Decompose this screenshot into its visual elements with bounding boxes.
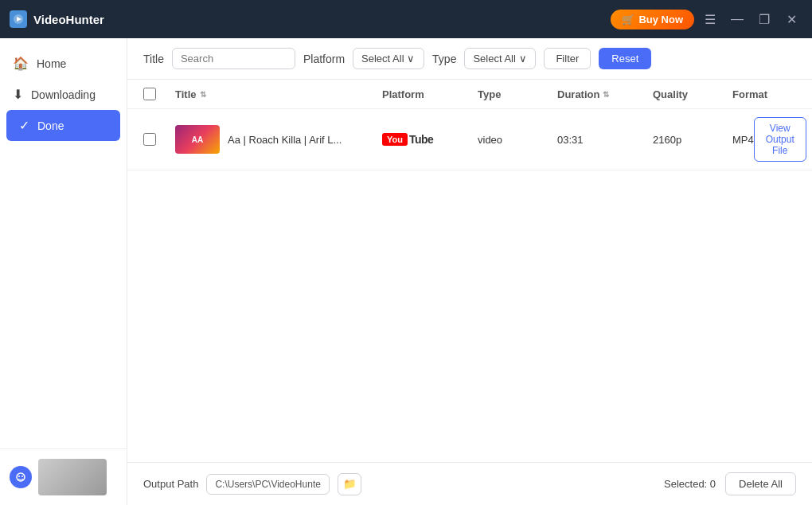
- svg-point-3: [18, 476, 20, 477]
- footer-right: Selected: 0 Delete All: [664, 472, 796, 495]
- row-duration-cell: 03:31: [557, 134, 653, 146]
- col-type: Type: [478, 88, 557, 100]
- done-icon: ✓: [19, 118, 29, 133]
- sidebar-item-downloading[interactable]: ⬇ Downloading: [0, 79, 127, 110]
- app-title: VideoHunter: [33, 13, 104, 26]
- sidebar-bottom: [0, 448, 127, 505]
- type-label: Type: [432, 53, 456, 65]
- output-path-label: Output Path: [143, 478, 198, 490]
- video-thumbnail: AA: [175, 125, 220, 154]
- titlebar: VideoHunter 🛒 Buy Now ☰ — ❐ ✕: [0, 0, 812, 38]
- row-title-cell: AA Aa | Roach Killa | Arif L...: [175, 125, 382, 154]
- app-logo: [10, 10, 27, 28]
- row-platform-cell: YouTube: [382, 133, 478, 146]
- table-header: Title ⇅ Platform Type Duration ⇅ Quality: [127, 80, 812, 109]
- row-type-cell: video: [478, 134, 557, 146]
- col-duration: Duration ⇅: [557, 88, 653, 100]
- download-icon: ⬇: [13, 87, 23, 102]
- search-input[interactable]: [172, 48, 295, 69]
- select-all-checkbox[interactable]: [143, 88, 156, 100]
- bot-icon: [10, 466, 32, 488]
- toolbar: Title Platform Select All ∨ Type Select …: [127, 38, 812, 80]
- output-path-input[interactable]: [206, 474, 330, 495]
- footer: Output Path 📁 Selected: 0 Delete All: [127, 462, 812, 505]
- platform-label: Platform: [303, 53, 345, 65]
- sidebar-item-home-label: Home: [37, 57, 66, 70]
- youtube-logo: YouTube: [382, 133, 433, 146]
- row-checkbox[interactable]: [143, 133, 156, 146]
- thumb-image: AA: [175, 125, 220, 154]
- minimize-button[interactable]: —: [726, 8, 748, 30]
- platform-select[interactable]: Select All ∨: [353, 48, 424, 69]
- filter-button[interactable]: Filter: [544, 48, 591, 69]
- sidebar-item-home[interactable]: 🏠 Home: [0, 48, 127, 79]
- close-button[interactable]: ✕: [780, 8, 802, 30]
- col-check: [143, 88, 175, 100]
- table-row: AA Aa | Roach Killa | Arif L... YouTube …: [127, 109, 812, 170]
- col-platform: Platform: [382, 88, 478, 100]
- duration-sort-icon: ⇅: [603, 90, 609, 99]
- sidebar-item-done-label: Done: [37, 119, 64, 132]
- buy-now-button[interactable]: 🛒 Buy Now: [611, 10, 694, 29]
- sidebar-item-downloading-label: Downloading: [31, 88, 96, 101]
- cart-icon: 🛒: [622, 14, 634, 25]
- view-output-button[interactable]: View Output File: [754, 117, 806, 162]
- window-controls: 🛒 Buy Now ☰ — ❐ ✕: [611, 8, 802, 30]
- sort-icon: ⇅: [200, 90, 206, 99]
- table-container: Title ⇅ Platform Type Duration ⇅ Quality: [127, 80, 812, 462]
- content-area: Title Platform Select All ∨ Type Select …: [127, 38, 812, 505]
- output-path-section: Output Path 📁: [143, 473, 361, 495]
- delete-all-button[interactable]: Delete All: [725, 472, 796, 495]
- row-quality-cell: 2160p: [653, 134, 732, 146]
- home-icon: 🏠: [13, 56, 29, 71]
- browse-folder-button[interactable]: 📁: [338, 473, 361, 495]
- sidebar-avatar: [38, 459, 107, 495]
- maximize-button[interactable]: ❐: [753, 8, 775, 30]
- main-layout: 🏠 Home ⬇ Downloading ✓ Done: [0, 38, 812, 505]
- col-quality: Quality: [653, 88, 732, 100]
- folder-icon: 📁: [343, 478, 357, 490]
- reset-button[interactable]: Reset: [599, 48, 651, 69]
- title-label: Title: [143, 53, 164, 65]
- menu-button[interactable]: ☰: [699, 8, 721, 30]
- video-title: Aa | Roach Killa | Arif L...: [228, 134, 342, 146]
- sidebar: 🏠 Home ⬇ Downloading ✓ Done: [0, 38, 127, 505]
- sidebar-bottom-row: [10, 459, 117, 495]
- sidebar-item-done[interactable]: ✓ Done: [6, 110, 120, 141]
- row-check: [143, 133, 175, 146]
- row-format-action-cell: MP4 View Output File: [732, 117, 806, 162]
- type-select[interactable]: Select All ∨: [464, 48, 536, 69]
- app-branding: VideoHunter: [10, 10, 104, 28]
- svg-point-4: [21, 476, 23, 477]
- col-format: Format: [732, 88, 796, 100]
- col-title: Title ⇅: [175, 88, 382, 100]
- selected-count-label: Selected: 0: [664, 478, 716, 490]
- sidebar-nav: 🏠 Home ⬇ Downloading ✓ Done: [0, 38, 127, 448]
